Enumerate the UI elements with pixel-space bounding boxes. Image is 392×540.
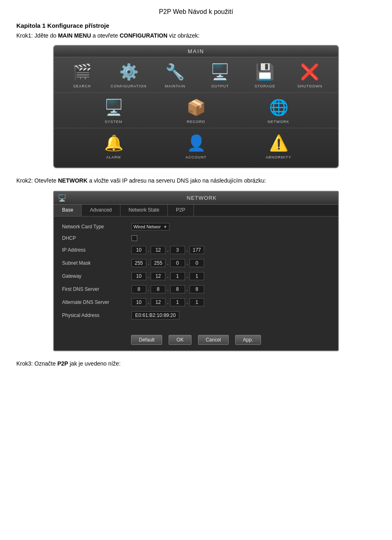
- menu-item-system: 🖥️ SYSTEM: [97, 97, 130, 124]
- main-menu-header: MAIN: [54, 46, 338, 57]
- subnet-dot-3: .: [187, 260, 188, 266]
- step1-suffix: viz obrázek:: [167, 32, 200, 39]
- subnet-dot-2: .: [167, 260, 168, 266]
- gateway-label: Gateway: [62, 273, 127, 279]
- search-label: SEARCH: [73, 84, 91, 88]
- dns1-octet-4[interactable]: 8: [189, 285, 204, 293]
- maintain-label: MAINTAIN: [165, 84, 185, 88]
- field-gateway: Gateway 10 . 12 . 1 . 1: [62, 272, 330, 280]
- field-alternate-dns: Alternate DNS Server 10 . 12 . 1 . 1: [62, 298, 330, 306]
- dhcp-checkbox[interactable]: [131, 235, 137, 241]
- abnormity-icon: ⚠️: [268, 132, 289, 154]
- alternate-dns-value: 10 . 12 . 1 . 1: [131, 298, 204, 306]
- network-card-type-value: Wired Networ ▼: [131, 223, 169, 230]
- dns2-octet-2[interactable]: 12: [151, 298, 165, 306]
- menu-item-search: 🎬 SEARCH: [66, 61, 98, 88]
- subnet-octet-3[interactable]: 0: [170, 259, 185, 267]
- output-label: OUTPUT: [211, 84, 229, 88]
- menu-item-configuration: ⚙️ CONFIGURATION: [111, 61, 147, 88]
- field-subnet-mask: Subnet Mask 255 . 255 . 0 . 0: [62, 259, 330, 267]
- mac-address: E0:61:B2:10:89:20: [131, 311, 179, 319]
- dns1-octet-2[interactable]: 8: [151, 285, 165, 293]
- network-footer: Default OK Cancel App.: [54, 331, 338, 350]
- gw-dot-3: .: [187, 273, 188, 279]
- first-dns-label: First DNS Server: [62, 286, 127, 292]
- subnet-octet-4[interactable]: 0: [189, 259, 204, 267]
- ip-octet-1[interactable]: 10: [131, 246, 146, 254]
- dhcp-value: [131, 235, 137, 241]
- tab-p2p[interactable]: P2P: [168, 205, 194, 216]
- gw-octet-2[interactable]: 12: [151, 272, 165, 280]
- step1-text: Krok1: Jděte do MAIN MENU a otevřete CON…: [16, 31, 376, 40]
- shutdown-label: SHUTDOWN: [297, 84, 322, 88]
- subnet-mask-label: Subnet Mask: [62, 260, 127, 266]
- ip-octet-4[interactable]: 177: [189, 246, 204, 254]
- menu-item-maintain: 🔧 MAINTAIN: [159, 61, 192, 88]
- tab-advanced[interactable]: Advanced: [82, 205, 120, 216]
- ip-octet-3[interactable]: 3: [170, 246, 185, 254]
- step1-prefix: Krok1: Jděte do: [16, 32, 58, 39]
- app-button[interactable]: App.: [235, 335, 261, 345]
- step2-text: Krok2: Otevřete NETWORK a vložte vaši IP…: [16, 176, 376, 185]
- dns2-octet-1[interactable]: 10: [131, 298, 146, 306]
- menu-item-alarm: 🔔 ALARM: [97, 132, 130, 159]
- default-button[interactable]: Default: [131, 335, 162, 345]
- gw-dot-1: .: [148, 273, 149, 279]
- network-card-type-dropdown[interactable]: Wired Networ ▼: [131, 223, 169, 230]
- network-dialog-header: 🖥️ NETWORK: [54, 192, 338, 205]
- gw-octet-4[interactable]: 1: [189, 272, 204, 280]
- subnet-octet-2[interactable]: 255: [151, 259, 165, 267]
- chapter-title: Kapitola 1 Konfigurace přístroje: [16, 22, 376, 29]
- tab-base[interactable]: Base: [54, 205, 82, 216]
- first-dns-value: 8 . 8 . 8 . 8: [131, 285, 204, 293]
- gw-octet-3[interactable]: 1: [170, 272, 185, 280]
- step2-prefix: Krok2: Otevřete: [16, 177, 58, 184]
- dns2-octet-4[interactable]: 1: [189, 298, 204, 306]
- account-label: ACCOUNT: [185, 155, 207, 159]
- menu-item-network: 🌐 NETWORK: [262, 97, 295, 124]
- network-icon: 🌐: [268, 97, 289, 118]
- dns2-dot-3: .: [187, 299, 188, 305]
- subnet-dot-1: .: [148, 260, 149, 266]
- dns1-octet-3[interactable]: 8: [170, 285, 185, 293]
- network-header-icon: 🖥️: [58, 194, 66, 202]
- ip-address-value: 10 . 12 . 3 . 177: [131, 246, 204, 254]
- tab-network-state[interactable]: Network State: [120, 205, 168, 216]
- main-menu-row3: 🔔 ALARM 👤 ACCOUNT ⚠️ ABNORMITY: [54, 128, 338, 163]
- field-network-card-type: Network Card Type Wired Networ ▼: [62, 223, 330, 230]
- field-physical-address: Physical Address E0:61:B2:10:89:20: [62, 311, 330, 319]
- cancel-button[interactable]: Cancel: [198, 335, 229, 345]
- dns1-octet-1[interactable]: 8: [131, 285, 146, 293]
- shutdown-icon: ❌: [299, 61, 321, 83]
- ip-dot-2: .: [167, 247, 168, 253]
- system-label: SYSTEM: [105, 120, 122, 124]
- record-label: RECORD: [187, 120, 205, 124]
- ip-octet-2[interactable]: 12: [151, 246, 165, 254]
- record-icon: 📦: [185, 97, 207, 118]
- gw-dot-2: .: [167, 273, 168, 279]
- storage-label: STORAGE: [254, 84, 275, 88]
- field-ip-address: IP Address 10 . 12 . 3 . 177: [62, 246, 330, 254]
- ip-address-label: IP Address: [62, 247, 127, 253]
- physical-address-label: Physical Address: [62, 312, 127, 318]
- output-icon: 🖥️: [209, 61, 231, 83]
- configuration-label: CONFIGURATION: [111, 84, 147, 88]
- ok-button[interactable]: OK: [169, 335, 191, 345]
- subnet-octet-1[interactable]: 255: [131, 259, 146, 267]
- dns1-dot-1: .: [148, 286, 149, 292]
- ip-dot-3: .: [187, 247, 188, 253]
- main-menu-row1: 🎬 SEARCH ⚙️ CONFIGURATION 🔧 MAINTAIN 🖥️ …: [54, 57, 338, 93]
- dns2-octet-3[interactable]: 1: [170, 298, 185, 306]
- storage-icon: 💾: [254, 61, 276, 83]
- network-header-title: NETWORK: [69, 195, 334, 201]
- configuration-icon: ⚙️: [118, 61, 139, 83]
- step2-highlight1: NETWORK: [58, 177, 87, 184]
- gw-octet-1[interactable]: 10: [131, 272, 146, 280]
- subnet-mask-value: 255 . 255 . 0 . 0: [131, 259, 204, 267]
- page-title: P2P Web Návod k použití: [16, 8, 376, 16]
- step3-text: Krok3: Označte P2P jak je uvedeno níže:: [16, 359, 376, 368]
- step2-mid: a vložte vaši IP adresu na serveru DNS j…: [87, 177, 266, 184]
- menu-item-output: 🖥️ OUTPUT: [204, 61, 236, 88]
- network-body: Network Card Type Wired Networ ▼ DHCP IP…: [54, 216, 338, 331]
- menu-item-storage: 💾 STORAGE: [249, 61, 281, 88]
